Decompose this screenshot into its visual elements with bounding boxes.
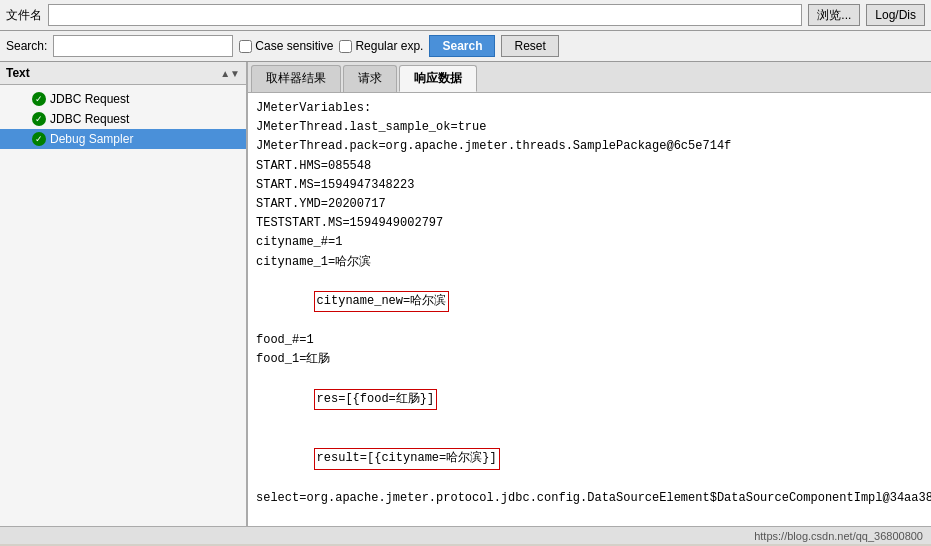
regex-option[interactable]: Regular exp. <box>339 39 423 53</box>
tab-sampler-result[interactable]: 取样器结果 <box>251 65 341 92</box>
logdis-button[interactable]: Log/Dis <box>866 4 925 26</box>
left-panel-title: Text <box>6 66 30 80</box>
content-area[interactable]: JMeterVariables: JMeterThread.last_sampl… <box>248 93 931 526</box>
highlight-result: result=[{cityname=哈尔滨}] <box>314 448 500 469</box>
tab-request[interactable]: 请求 <box>343 65 397 92</box>
tab-response-data-label: 响应数据 <box>414 71 462 85</box>
left-panel: Text ▲▼ JDBC Request JDBC Request Debug … <box>0 62 248 526</box>
main-area: Text ▲▼ JDBC Request JDBC Request Debug … <box>0 62 931 526</box>
status-icon-jdbc2 <box>32 112 46 126</box>
tree-item-debug[interactable]: Debug Sampler <box>0 129 246 149</box>
content-line-3: JMeterThread.pack=org.apache.jmeter.thre… <box>256 137 923 156</box>
tab-request-label: 请求 <box>358 71 382 85</box>
content-line-6: START.YMD=20200717 <box>256 195 923 214</box>
browse-button[interactable]: 浏览... <box>808 4 860 26</box>
content-line-8: cityname_#=1 <box>256 233 923 252</box>
tree-item-label-jdbc2: JDBC Request <box>50 112 129 126</box>
content-line-9: cityname_1=哈尔滨 <box>256 253 923 272</box>
content-line-11: food_#=1 <box>256 331 923 350</box>
bottom-bar: https://blog.csdn.net/qq_36800800 <box>0 526 931 544</box>
url-label: https://blog.csdn.net/qq_36800800 <box>754 530 923 542</box>
content-line-2: JMeterThread.last_sample_ok=true <box>256 118 923 137</box>
tree-item-jdbc1[interactable]: JDBC Request <box>0 89 246 109</box>
regex-label: Regular exp. <box>355 39 423 53</box>
search-button[interactable]: Search <box>429 35 495 57</box>
tab-bar: 取样器结果 请求 响应数据 <box>248 62 931 93</box>
content-line-13: res=[{food=红肠}] <box>256 370 923 430</box>
left-header-icons: ▲▼ <box>220 68 240 79</box>
search-label: Search: <box>6 39 47 53</box>
content-line-15: select=org.apache.jmeter.protocol.jdbc.c… <box>256 489 923 508</box>
top-bar: 文件名 浏览... Log/Dis <box>0 0 931 31</box>
case-sensitive-option[interactable]: Case sensitive <box>239 39 333 53</box>
content-line-1: JMeterVariables: <box>256 99 923 118</box>
tree-item-jdbc2[interactable]: JDBC Request <box>0 109 246 129</box>
content-line-5: START.MS=1594947348223 <box>256 176 923 195</box>
case-sensitive-label: Case sensitive <box>255 39 333 53</box>
tab-sampler-result-label: 取样器结果 <box>266 71 326 85</box>
regex-checkbox[interactable] <box>339 40 352 53</box>
highlight-res: res=[{food=红肠}] <box>314 389 438 410</box>
search-bar: Search: Case sensitive Regular exp. Sear… <box>0 31 931 62</box>
tree-item-label-jdbc1: JDBC Request <box>50 92 129 106</box>
content-line-12: food_1=红肠 <box>256 350 923 369</box>
highlight-cityname-new: cityname_new=哈尔滨 <box>314 291 450 312</box>
content-line-7: TESTSTART.MS=1594949002797 <box>256 214 923 233</box>
status-icon-jdbc1 <box>32 92 46 106</box>
status-icon-debug <box>32 132 46 146</box>
content-line-10: cityname_new=哈尔滨 <box>256 272 923 332</box>
case-sensitive-checkbox[interactable] <box>239 40 252 53</box>
filename-input[interactable] <box>48 4 802 26</box>
sort-icon: ▲▼ <box>220 68 240 79</box>
content-line-14: result=[{cityname=哈尔滨}] <box>256 429 923 489</box>
tree-area[interactable]: JDBC Request JDBC Request Debug Sampler <box>0 85 246 526</box>
reset-button[interactable]: Reset <box>501 35 558 57</box>
filename-label: 文件名 <box>6 7 42 24</box>
search-input[interactable] <box>53 35 233 57</box>
content-line-4: START.HMS=085548 <box>256 157 923 176</box>
right-panel: 取样器结果 请求 响应数据 JMeterVariables: JMeterThr… <box>248 62 931 526</box>
tree-item-label-debug: Debug Sampler <box>50 132 133 146</box>
tab-response-data[interactable]: 响应数据 <box>399 65 477 92</box>
left-panel-header: Text ▲▼ <box>0 62 246 85</box>
